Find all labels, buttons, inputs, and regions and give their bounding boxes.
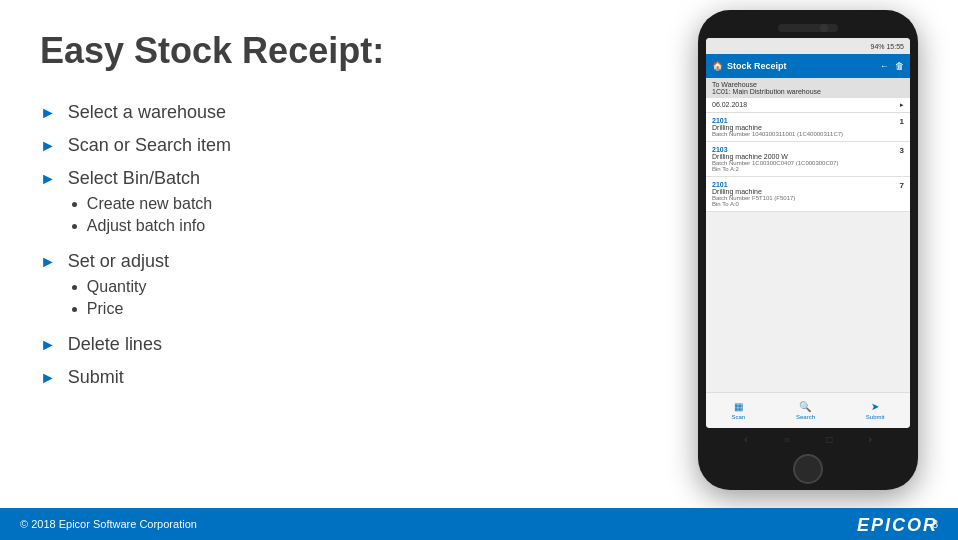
submit-button[interactable]: ➤ Submit (866, 401, 885, 420)
screen-footer: ▦ Scan 🔍 Search ➤ Submit (706, 392, 910, 428)
item-3-num: 2101 (712, 181, 896, 188)
screen-item-1-left: 2101 Drilling machine Batch Number 10403… (712, 117, 896, 137)
sub-text-4-1: Quantity (87, 278, 147, 296)
delete-icon[interactable]: 🗑 (895, 61, 904, 71)
sub-list-3: Create new batch Adjust batch info (68, 195, 212, 235)
bullet-item-2: ► Scan or Search item (40, 135, 520, 156)
item-2-name: Drilling machine 2000 W (712, 153, 896, 160)
status-bar: 94% 15:55 (706, 38, 910, 54)
bullet-text-5: Delete lines (68, 334, 162, 354)
item-3-sub2: Bin To A:0 (712, 201, 896, 207)
page-title: Easy Stock Receipt: (40, 30, 520, 72)
more-nav-icon[interactable]: › (868, 434, 871, 445)
date-value: 06.02.2018 (712, 101, 747, 109)
sub-item-4-1: Quantity (68, 278, 169, 296)
screen-header-icons: ← 🗑 (880, 61, 904, 71)
bullet-text-1: Select a warehouse (68, 102, 226, 122)
submit-label: Submit (866, 414, 885, 420)
bottom-bar: © 2018 Epicor Software Corporation 8 EPI… (0, 508, 958, 540)
back-icon[interactable]: ← (880, 61, 889, 71)
status-bar-text: 94% 15:55 (871, 43, 904, 50)
search-label: Search (796, 414, 815, 420)
warehouse-value: 1C01: Main Distribution warehouse (712, 88, 904, 95)
screen-item-3: 2101 Drilling machine Batch Number F5T10… (706, 177, 910, 212)
submit-icon: ➤ (871, 401, 879, 412)
sub-item-3-2: Adjust batch info (68, 217, 212, 235)
copyright-text: © 2018 Epicor Software Corporation (20, 518, 197, 530)
date-arrow: ▸ (900, 101, 904, 109)
sub-list-4: Quantity Price (68, 278, 169, 318)
screen-item-2: 2103 Drilling machine 2000 W Batch Numbe… (706, 142, 910, 177)
sub-text-4-2: Price (87, 300, 123, 318)
item-1-num: 2101 (712, 117, 896, 124)
phone-screen: 94% 15:55 🏠 Stock Receipt ← 🗑 To Warehou… (706, 38, 910, 428)
back-nav-icon[interactable]: ‹ (744, 434, 747, 445)
sub-dot (72, 307, 77, 312)
bullet-arrow-1: ► (40, 104, 56, 122)
sub-dot (72, 285, 77, 290)
bullet-arrow-4: ► (40, 253, 56, 271)
screen-header: 🏠 Stock Receipt ← 🗑 (706, 54, 910, 78)
search-button[interactable]: 🔍 Search (796, 401, 815, 420)
search-icon: 🔍 (799, 401, 811, 412)
item-2-qty: 3 (900, 146, 904, 155)
screen-item-2-left: 2103 Drilling machine 2000 W Batch Numbe… (712, 146, 896, 172)
bullet-text-4: Set or adjust (68, 251, 169, 271)
bullet-text-3: Select Bin/Batch (68, 168, 200, 188)
screen-title-text: Stock Receipt (727, 61, 787, 71)
bullet-arrow-3: ► (40, 170, 56, 188)
sub-text-3-1: Create new batch (87, 195, 212, 213)
sub-dot (72, 224, 77, 229)
bullet-text-2: Scan or Search item (68, 135, 231, 155)
sub-text-3-2: Adjust batch info (87, 217, 205, 235)
item-3-name: Drilling machine (712, 188, 896, 195)
bullet-arrow-6: ► (40, 369, 56, 387)
item-2-num: 2103 (712, 146, 896, 153)
bullet-item-6: ► Submit (40, 367, 520, 388)
scan-label: Scan (731, 414, 745, 420)
scan-button[interactable]: ▦ Scan (731, 401, 745, 420)
phone-mockup: 94% 15:55 🏠 Stock Receipt ← 🗑 To Warehou… (698, 10, 918, 500)
bullet-item-3: ► Select Bin/Batch Create new batch Adju… (40, 168, 520, 239)
item-1-sub1: Batch Number 1040300311001 (1C40000311C7… (712, 131, 896, 137)
bullet-arrow-2: ► (40, 137, 56, 155)
screen-item-3-left: 2101 Drilling machine Batch Number F5T10… (712, 181, 896, 207)
item-1-name: Drilling machine (712, 124, 896, 131)
screen-item-1: 2101 Drilling machine Batch Number 10403… (706, 113, 910, 142)
screen-header-title: 🏠 Stock Receipt (712, 61, 787, 71)
home-icon: 🏠 (712, 61, 723, 71)
item-1-qty: 1 (900, 117, 904, 126)
phone-outer: 94% 15:55 🏠 Stock Receipt ← 🗑 To Warehou… (698, 10, 918, 490)
square-nav-icon[interactable]: □ (826, 434, 832, 445)
bullet-item-5: ► Delete lines (40, 334, 520, 355)
screen-date-row: 06.02.2018 ▸ (706, 98, 910, 113)
home-nav-icon[interactable]: ○ (784, 434, 790, 445)
item-2-sub2: Bin To A:2 (712, 166, 896, 172)
sub-item-3-1: Create new batch (68, 195, 212, 213)
bullet-arrow-5: ► (40, 336, 56, 354)
phone-home-button[interactable] (793, 454, 823, 484)
bullet-item-4: ► Set or adjust Quantity Price (40, 251, 520, 322)
scan-icon: ▦ (734, 401, 743, 412)
screen-subheader: To Warehouse 1C01: Main Distribution war… (706, 78, 910, 98)
bullet-list: ► Select a warehouse ► Scan or Search it… (40, 102, 520, 388)
main-content: Easy Stock Receipt: ► Select a warehouse… (0, 0, 560, 440)
phone-nav-bar: ‹ ○ □ › (706, 428, 910, 450)
item-3-qty: 7 (900, 181, 904, 190)
sub-dot (72, 202, 77, 207)
to-warehouse-label: To Warehouse (712, 81, 904, 88)
bullet-text-6: Submit (68, 367, 124, 387)
bullet-item-1: ► Select a warehouse (40, 102, 520, 123)
phone-camera (778, 24, 838, 32)
sub-item-4-2: Price (68, 300, 169, 318)
epicor-logo: EPICOR (857, 515, 938, 536)
